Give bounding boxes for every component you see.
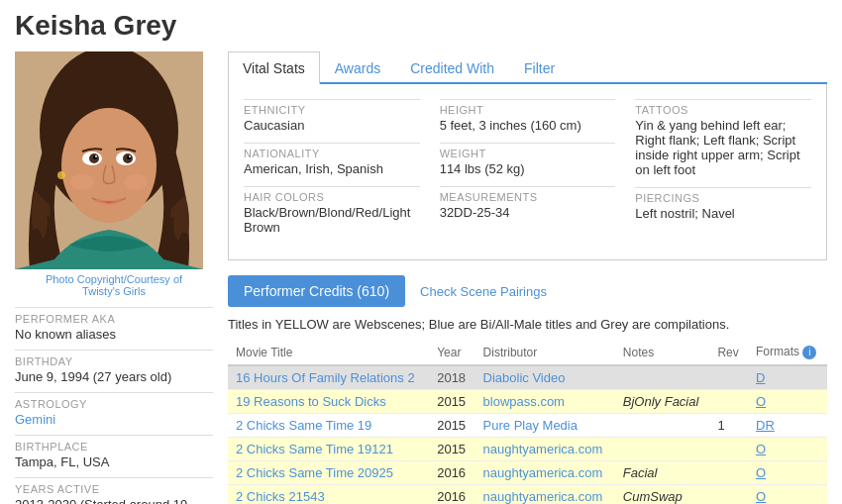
hair-colors-block: HAIR COLORS Black/Brown/Blond/Red/Light … xyxy=(244,186,420,235)
title-link[interactable]: 2 Chicks 21543 xyxy=(236,489,325,504)
nationality-label: NATIONALITY xyxy=(244,143,420,159)
cell-rev xyxy=(709,365,748,390)
cell-distributor: naughtyamerica.com xyxy=(475,485,615,505)
stats-grid: ETHNICITY Caucasian NATIONALITY American… xyxy=(244,99,811,245)
cell-rev xyxy=(709,390,748,414)
cell-distributor: blowpass.com xyxy=(475,390,615,414)
title-link[interactable]: 16 Hours Of Family Relations 2 xyxy=(236,370,415,385)
astrology-link[interactable]: Gemini xyxy=(15,412,55,427)
formats-info-icon[interactable]: i xyxy=(802,346,816,359)
svg-point-11 xyxy=(70,174,94,190)
cell-year: 2015 xyxy=(429,438,474,461)
title-link[interactable]: 2 Chicks Same Time 20925 xyxy=(236,465,393,480)
birthday-value: June 9, 1994 (27 years old) xyxy=(15,369,213,384)
cell-distributor: naughtyamerica.com xyxy=(475,438,615,461)
tab-awards[interactable]: Awards xyxy=(320,51,395,84)
col-header-formats: Formats i xyxy=(748,340,827,365)
stats-col-3: TATTOOS Yin & yang behind left ear; Righ… xyxy=(635,99,811,245)
format-link[interactable]: O xyxy=(756,465,766,480)
credits-table: Movie Title Year Distributor Notes Rev F… xyxy=(228,340,827,504)
title-link[interactable]: 2 Chicks Same Time 19121 xyxy=(236,442,393,456)
ethnicity-label: ETHNICITY xyxy=(244,99,420,116)
cell-format: O xyxy=(748,485,827,505)
format-link[interactable]: O xyxy=(756,442,766,456)
cell-notes: Facial xyxy=(615,461,710,485)
distributor-link[interactable]: naughtyamerica.com xyxy=(483,489,603,504)
birthplace-value: Tampa, FL, USA xyxy=(15,454,213,469)
check-scene-pairings-link[interactable]: Check Scene Pairings xyxy=(420,284,547,299)
col-header-notes: Notes xyxy=(615,340,710,365)
distributor-link[interactable]: Pure Play Media xyxy=(483,418,578,433)
table-row: 2 Chicks Same Time 19121 2015 naughtyame… xyxy=(228,438,827,461)
table-header-row: Movie Title Year Distributor Notes Rev F… xyxy=(228,340,827,365)
cell-year: 2016 xyxy=(429,485,474,505)
distributor-link[interactable]: blowpass.com xyxy=(483,394,565,409)
table-row: 2 Chicks Same Time 20925 2016 naughtyame… xyxy=(228,461,827,485)
cell-rev xyxy=(709,461,748,485)
cell-year: 2016 xyxy=(429,461,474,485)
measurements-label: MEASUREMENTS xyxy=(440,186,616,203)
cell-distributor: Diabolic Video xyxy=(475,365,615,390)
tattoos-label: TATTOOS xyxy=(635,99,811,116)
tab-vital-stats[interactable]: Vital Stats xyxy=(228,51,320,84)
credits-section: Performer Credits (610) Check Scene Pair… xyxy=(228,275,827,504)
cell-notes xyxy=(615,414,710,438)
title-link[interactable]: 19 Reasons to Suck Dicks xyxy=(236,394,386,409)
cell-format: D xyxy=(748,365,827,390)
height-block: HEIGHT 5 feet, 3 inches (160 cm) xyxy=(440,99,616,133)
col-header-year: Year xyxy=(429,340,474,365)
format-link[interactable]: D xyxy=(756,370,765,385)
cell-format: DR xyxy=(748,414,827,438)
cell-distributor: naughtyamerica.com xyxy=(475,461,615,485)
cell-distributor: Pure Play Media xyxy=(475,414,615,438)
hair-colors-value: Black/Brown/Blond/Red/Light Brown xyxy=(244,205,420,235)
astrology-label: ASTROLOGY xyxy=(15,392,213,410)
performer-name: Keisha Grey xyxy=(15,10,827,42)
performer-credits-button[interactable]: Performer Credits (610) xyxy=(228,275,405,307)
piercings-value: Left nostril; Navel xyxy=(635,206,811,221)
distributor-link[interactable]: naughtyamerica.com xyxy=(483,442,603,456)
tab-filter[interactable]: Filter xyxy=(509,51,570,84)
format-link[interactable]: O xyxy=(756,489,766,504)
nationality-value: American, Irish, Spanish xyxy=(244,161,420,176)
format-link[interactable]: O xyxy=(756,394,766,409)
measurements-block: MEASUREMENTS 32DD-25-34 xyxy=(440,186,616,220)
weight-block: WEIGHT 114 lbs (52 kg) xyxy=(440,143,616,176)
col-header-rev: Rev xyxy=(709,340,748,365)
cell-title: 16 Hours Of Family Relations 2 xyxy=(228,365,429,390)
piercings-block: PIERCINGS Left nostril; Navel xyxy=(635,187,811,221)
right-panel: Vital Stats Awards Credited With Filter … xyxy=(228,51,827,504)
astrology-value: Gemini xyxy=(15,412,213,427)
cell-title: 19 Reasons to Suck Dicks xyxy=(228,390,429,414)
cell-year: 2018 xyxy=(429,365,474,390)
cell-title: 2 Chicks Same Time 19121 xyxy=(228,438,429,461)
piercings-label: PIERCINGS xyxy=(635,187,811,204)
hair-colors-label: HAIR COLORS xyxy=(244,186,420,203)
distributor-link[interactable]: naughtyamerica.com xyxy=(483,465,603,480)
tab-credited-with[interactable]: Credited With xyxy=(395,51,509,84)
title-link[interactable]: 2 Chicks Same Time 19 xyxy=(236,418,371,433)
distributor-link[interactable]: Diabolic Video xyxy=(483,370,566,385)
sidebar-section: PERFORMER AKA No known aliases BIRTHDAY … xyxy=(15,307,213,504)
svg-point-13 xyxy=(57,171,65,179)
aka-label: PERFORMER AKA xyxy=(15,307,213,325)
height-label: HEIGHT xyxy=(440,99,616,116)
svg-point-12 xyxy=(124,174,148,190)
col-header-distributor: Distributor xyxy=(475,340,615,365)
cell-year: 2015 xyxy=(429,390,474,414)
credits-note: Titles in YELLOW are Webscenes; Blue are… xyxy=(228,317,827,332)
years-active-value: 2013-2020 (Started around 19 years old) xyxy=(15,497,213,504)
credits-header: Performer Credits (610) Check Scene Pair… xyxy=(228,275,827,307)
tab-bar: Vital Stats Awards Credited With Filter xyxy=(228,51,827,84)
page-container: Keisha Grey xyxy=(0,0,842,504)
format-link[interactable]: DR xyxy=(756,418,775,433)
nationality-block: NATIONALITY American, Irish, Spanish xyxy=(244,143,420,176)
aka-value: No known aliases xyxy=(15,327,213,342)
birthplace-label: BIRTHPLACE xyxy=(15,435,213,453)
tattoos-block: TATTOOS Yin & yang behind left ear; Righ… xyxy=(635,99,811,177)
cell-notes: BjOnly Facial xyxy=(615,390,710,414)
tab-content-vital-stats: ETHNICITY Caucasian NATIONALITY American… xyxy=(228,84,827,260)
tattoos-value: Yin & yang behind left ear; Right flank;… xyxy=(635,118,811,177)
table-row: 2 Chicks 21543 2016 naughtyamerica.com C… xyxy=(228,485,827,505)
cell-notes xyxy=(615,365,710,390)
